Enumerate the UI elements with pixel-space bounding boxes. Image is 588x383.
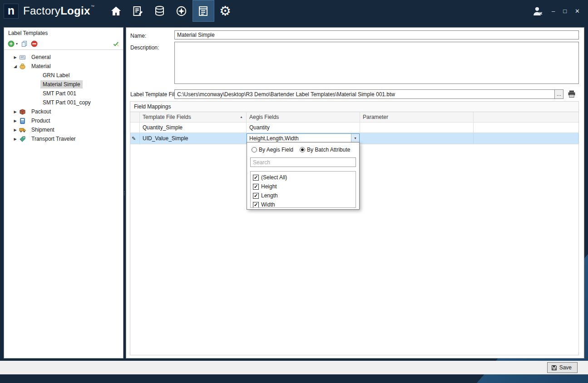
tree-item-grn-label[interactable]: GRN Label (4, 71, 123, 80)
minimize-button[interactable]: – (552, 8, 555, 14)
column-header-empty (474, 112, 578, 122)
option-length[interactable]: ✓ Length (253, 191, 353, 200)
save-button[interactable]: Save (547, 362, 578, 373)
tree-item-packout[interactable]: ▶ Packout (4, 107, 123, 116)
tree-item-general[interactable]: ▶ General (4, 53, 123, 62)
tree-item-label: General (29, 53, 53, 61)
radio-by-aegis-field[interactable]: By Aegis Field (252, 147, 293, 153)
maximize-button[interactable]: □ (563, 8, 567, 14)
name-label: Name: (130, 33, 146, 39)
template-editor-panel: Name: Description: Label Template File: … (126, 27, 584, 358)
description-label: Description: (130, 44, 159, 51)
navigator-icon (175, 5, 188, 17)
product-icon (19, 118, 26, 124)
browse-button[interactable]: … (554, 89, 563, 99)
add-dropdown-caret-icon[interactable]: ▾ (16, 42, 18, 46)
database-button[interactable] (149, 0, 171, 22)
cell-text: UID_Value_Simple (143, 133, 188, 144)
option-select-all[interactable]: ✓ (Select All) (253, 173, 353, 182)
copy-template-button[interactable] (21, 40, 28, 47)
cell-parameter[interactable] (360, 133, 474, 144)
panel-title: Label Templates (4, 28, 123, 38)
cell-empty (474, 133, 578, 144)
option-height[interactable]: ✓ Height (253, 182, 353, 191)
print-icon[interactable] (568, 90, 576, 98)
home-icon (110, 5, 122, 17)
label-templates-panel: Label Templates ▾ ▶ General ◢ Material G… (4, 27, 124, 358)
app-title-part1: Factory (23, 5, 60, 17)
command-bar: Save (0, 361, 588, 374)
search-input[interactable] (250, 157, 356, 167)
templates-toolbar: ▾ (4, 38, 123, 50)
combobox-dropdown-button[interactable]: ▾ (351, 134, 359, 143)
cell-template-field[interactable]: UID_Value_Simple (140, 133, 247, 144)
option-label: Width (261, 201, 275, 208)
delete-template-button[interactable] (31, 40, 38, 47)
row-edit-icon: ✎ (130, 133, 140, 144)
combobox-value: Height,Length,Width (247, 134, 351, 143)
expander-icon[interactable]: ▶ (13, 137, 18, 141)
option-label: Height (261, 183, 277, 190)
option-width[interactable]: ✓ Width (253, 200, 353, 208)
expander-icon[interactable]: ◢ (13, 64, 18, 69)
tree-item-smt-part-001[interactable]: SMT Part 001 (4, 89, 123, 98)
file-input[interactable] (174, 89, 555, 99)
settings-button[interactable]: ⚙ (214, 0, 236, 22)
radio-by-batch-attribute[interactable]: By Batch Attribute (300, 147, 350, 153)
name-input[interactable] (174, 30, 579, 39)
cell-empty (474, 123, 578, 133)
tree-item-label: Transport Traveler (29, 135, 78, 143)
settings-icon: ⚙ (219, 5, 231, 18)
checkbox-checked-icon: ✓ (253, 184, 259, 190)
column-header-template-file-fields[interactable]: Template File Fields ▲ (140, 112, 247, 122)
save-icon (551, 365, 557, 371)
radio-unchecked-icon (252, 147, 257, 152)
cell-template-field[interactable]: Quantity_Simple (140, 123, 247, 133)
tree-item-smt-part-001-copy[interactable]: SMT Part 001_copy (4, 98, 123, 107)
tree-item-label: Material Simple (40, 80, 83, 88)
table-header: Template File Fields ▲ Aegis Fields Para… (130, 112, 578, 123)
tree-item-label: Product (29, 117, 52, 125)
column-header-aegis-fields[interactable]: Aegis Fields (247, 112, 360, 122)
tree-item-material[interactable]: ◢ Material (4, 62, 123, 71)
tree-item-material-simple[interactable]: Material Simple (4, 80, 123, 89)
column-header-label: Template File Fields (143, 112, 191, 122)
tree-item-transport-traveler[interactable]: ▶ Transport Traveler (4, 134, 123, 143)
tree-item-label: SMT Part 001_copy (40, 98, 93, 107)
add-template-button[interactable] (8, 40, 15, 47)
data-entry-icon (132, 5, 144, 17)
general-icon (19, 54, 26, 61)
cell-parameter[interactable] (360, 123, 474, 133)
group-title: Field Mappings (130, 102, 578, 112)
tree-item-product[interactable]: ▶ Product (4, 116, 123, 125)
app-logo: n (4, 4, 19, 19)
tree-item-shipment[interactable]: ▶ Shipment (4, 125, 123, 134)
data-entry-button[interactable] (127, 0, 149, 22)
panel-splitter[interactable]: ⋮ (123, 27, 126, 358)
close-button[interactable]: ✕ (575, 8, 580, 14)
navigator-button[interactable] (171, 0, 193, 22)
column-header-parameter[interactable]: Parameter (360, 112, 474, 122)
description-input[interactable] (174, 42, 579, 84)
transport-traveler-icon (19, 136, 26, 142)
expander-icon[interactable]: ▶ (13, 55, 18, 59)
label-templates-button[interactable] (193, 0, 214, 22)
home-button[interactable] (105, 0, 127, 22)
cell-text: Quantity_Simple (143, 123, 183, 133)
splitter-grip-icon: ⋮ (122, 191, 127, 196)
expander-icon[interactable]: ▶ (13, 128, 18, 132)
tree-item-label: Packout (29, 108, 53, 116)
titlebar: n FactoryLogix™ ⚙ – □ ✕ (0, 0, 588, 22)
table-row[interactable]: Quantity_Simple Quantity (130, 123, 578, 133)
expander-icon[interactable]: ▶ (13, 110, 18, 114)
checkbox-checked-icon: ✓ (253, 202, 259, 208)
app-logo-letter: n (8, 4, 15, 17)
checkbox-checked-icon: ✓ (253, 193, 259, 199)
validate-template-button[interactable] (113, 40, 119, 47)
row-selector-header (130, 112, 140, 122)
attribute-dropdown-popup: By Aegis Field By Batch Attribute ✓ (Sel… (247, 142, 360, 210)
cell-aegis-field[interactable]: Quantity (247, 123, 360, 133)
user-signout-icon[interactable] (532, 6, 544, 16)
expander-icon[interactable]: ▶ (13, 119, 18, 123)
row-selector[interactable] (130, 123, 140, 133)
